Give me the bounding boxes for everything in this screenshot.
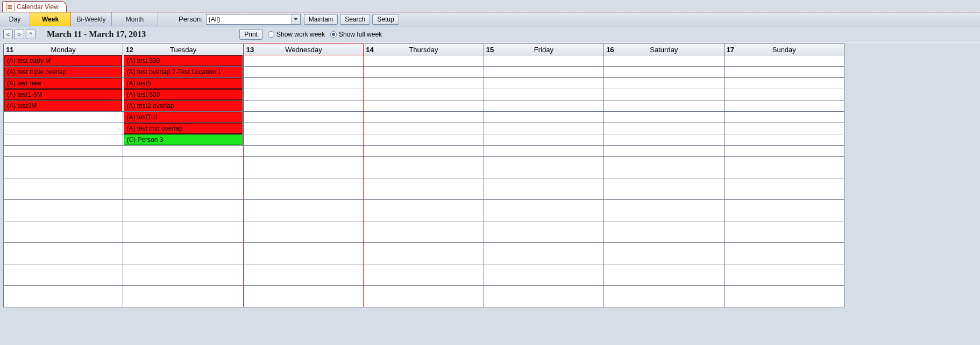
calendar-cell[interactable] bbox=[604, 67, 723, 78]
calendar-cell[interactable] bbox=[725, 78, 844, 89]
appointment[interactable]: (A) test3M bbox=[4, 100, 122, 111]
calendar-cell[interactable] bbox=[604, 146, 723, 157]
calendar-cell[interactable] bbox=[725, 178, 844, 200]
radio-work-week[interactable] bbox=[268, 31, 274, 38]
calendar-cell[interactable] bbox=[725, 134, 844, 146]
calendar-cell[interactable] bbox=[604, 100, 723, 112]
appointment[interactable]: (A) test overlap 2-Test Location 1 bbox=[124, 67, 242, 77]
calendar-cell[interactable] bbox=[604, 123, 723, 134]
calendar-cell[interactable] bbox=[725, 146, 844, 157]
calendar-cell[interactable] bbox=[484, 221, 603, 243]
calendar-cell[interactable] bbox=[364, 146, 483, 157]
calendar-cell[interactable] bbox=[364, 123, 483, 134]
calendar-cell[interactable] bbox=[244, 123, 363, 134]
calendar-cell[interactable]: (A) test early M bbox=[4, 55, 123, 67]
calendar-cell[interactable] bbox=[604, 78, 723, 89]
view-tab-week[interactable]: Week bbox=[30, 12, 71, 26]
calendar-cell[interactable] bbox=[244, 78, 363, 89]
calendar-cell[interactable] bbox=[725, 157, 844, 178]
calendar-cell[interactable] bbox=[604, 55, 723, 67]
calendar-cell[interactable] bbox=[604, 286, 723, 307]
calendar-cell[interactable] bbox=[123, 243, 243, 264]
radio-full-week[interactable] bbox=[330, 31, 337, 38]
calendar-cell[interactable] bbox=[244, 243, 363, 264]
calendar-cell[interactable] bbox=[364, 78, 483, 89]
calendar-cell[interactable] bbox=[604, 89, 723, 100]
calendar-cell[interactable] bbox=[484, 67, 603, 78]
calendar-cell[interactable] bbox=[244, 146, 363, 157]
appointment[interactable]: (A) test mid overlap bbox=[124, 123, 242, 134]
calendar-cell[interactable] bbox=[244, 200, 363, 221]
calendar-cell[interactable] bbox=[725, 55, 844, 67]
calendar-cell[interactable] bbox=[484, 55, 603, 67]
calendar-cell[interactable] bbox=[364, 55, 483, 67]
day-column-friday[interactable] bbox=[484, 55, 604, 307]
calendar-cell[interactable] bbox=[604, 112, 723, 123]
calendar-cell[interactable] bbox=[484, 243, 603, 264]
calendar-cell[interactable] bbox=[244, 157, 363, 178]
calendar-cell[interactable] bbox=[4, 264, 123, 286]
appointment[interactable]: (A) testTu1 bbox=[124, 112, 242, 123]
calendar-cell[interactable] bbox=[604, 200, 723, 221]
calendar-cell[interactable] bbox=[725, 100, 844, 112]
calendar-cell[interactable] bbox=[725, 221, 844, 243]
calendar-cell[interactable]: (A) test overlap 2-Test Location 1 bbox=[123, 67, 243, 78]
calendar-cell[interactable] bbox=[484, 123, 603, 134]
calendar-cell[interactable] bbox=[725, 89, 844, 100]
calendar-cell[interactable] bbox=[4, 243, 123, 264]
calendar-cell[interactable] bbox=[364, 178, 483, 200]
appointment[interactable]: (A) test 530 bbox=[124, 89, 242, 100]
calendar-cell[interactable] bbox=[123, 157, 243, 178]
calendar-cell[interactable] bbox=[364, 100, 483, 112]
person-dropdown-button[interactable] bbox=[292, 14, 301, 25]
calendar-cell[interactable] bbox=[244, 89, 363, 100]
calendar-cell[interactable] bbox=[123, 264, 243, 286]
calendar-cell[interactable]: (A) testTu1 bbox=[123, 112, 243, 123]
calendar-cell[interactable] bbox=[123, 200, 243, 221]
calendar-cell[interactable] bbox=[244, 134, 363, 146]
calendar-cell[interactable] bbox=[484, 178, 603, 200]
appointment[interactable]: (A) test 330 bbox=[124, 55, 242, 66]
appointment[interactable]: (A) test early M bbox=[4, 55, 122, 66]
calendar-cell[interactable] bbox=[244, 178, 363, 200]
day-header-thursday[interactable]: 14 Thursday bbox=[364, 44, 484, 55]
calendar-cell[interactable] bbox=[725, 243, 844, 264]
calendar-cell[interactable] bbox=[123, 146, 243, 157]
calendar-cell[interactable] bbox=[123, 178, 243, 200]
calendar-cell[interactable] bbox=[4, 286, 123, 307]
calendar-cell[interactable] bbox=[244, 221, 363, 243]
calendar-cell[interactable] bbox=[244, 55, 363, 67]
day-header-tuesday[interactable]: 12 Tuesday bbox=[123, 44, 243, 55]
day-column-sunday[interactable] bbox=[725, 55, 844, 307]
calendar-cell[interactable] bbox=[4, 112, 123, 123]
calendar-cell[interactable] bbox=[725, 123, 844, 134]
calendar-cell[interactable]: (A) test new bbox=[4, 78, 123, 89]
day-header-sunday[interactable]: 17 Sunday bbox=[725, 44, 844, 55]
calendar-cell[interactable] bbox=[364, 112, 483, 123]
calendar-cell[interactable] bbox=[364, 221, 483, 243]
calendar-cell[interactable] bbox=[725, 112, 844, 123]
calendar-cell[interactable]: (A) test mid overlap bbox=[123, 123, 243, 134]
calendar-cell[interactable] bbox=[604, 134, 723, 146]
radio-work-week-label[interactable]: Show work week bbox=[276, 31, 325, 38]
calendar-cell[interactable]: (A) test5 bbox=[123, 78, 243, 89]
calendar-cell[interactable] bbox=[123, 286, 243, 307]
person-input[interactable] bbox=[207, 15, 292, 24]
calendar-cell[interactable]: (A) test 330 bbox=[123, 55, 243, 67]
day-header-wednesday[interactable]: 13 Wednesday bbox=[244, 44, 364, 55]
calendar-cell[interactable]: (A) test triple overlap bbox=[4, 67, 123, 78]
calendar-cell[interactable] bbox=[604, 178, 723, 200]
search-button[interactable]: Search bbox=[340, 14, 370, 25]
appointment[interactable]: (C) Person 3 bbox=[124, 134, 242, 145]
appointment[interactable]: (A) test triple overlap bbox=[4, 67, 122, 77]
calendar-cell[interactable] bbox=[4, 157, 123, 178]
calendar-cell[interactable] bbox=[484, 89, 603, 100]
radio-full-week-label[interactable]: Show full week bbox=[339, 31, 382, 38]
calendar-cell[interactable] bbox=[244, 286, 363, 307]
calendar-cell[interactable] bbox=[4, 221, 123, 243]
day-column-thursday[interactable] bbox=[364, 55, 484, 307]
setup-button[interactable]: Setup bbox=[372, 14, 399, 25]
calendar-cell[interactable] bbox=[4, 178, 123, 200]
prev-button[interactable]: < bbox=[3, 30, 13, 39]
view-tab-month[interactable]: Month bbox=[112, 12, 158, 26]
